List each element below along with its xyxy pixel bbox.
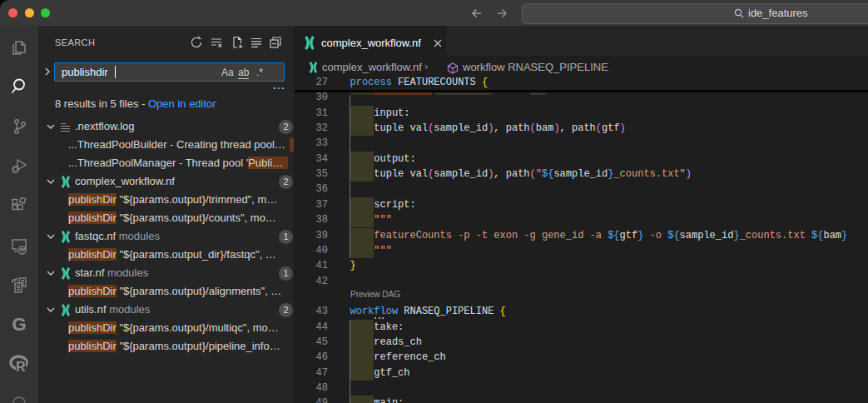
- svg-text:R: R: [16, 360, 26, 374]
